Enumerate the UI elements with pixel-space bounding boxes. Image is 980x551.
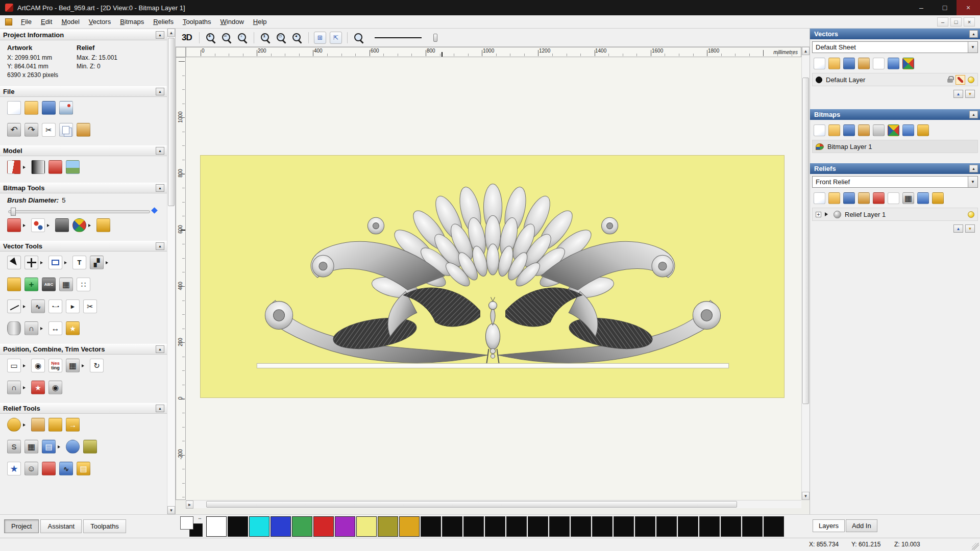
- maximize-button[interactable]: □: [933, 0, 957, 15]
- layer-colour-swatch[interactable]: [816, 77, 822, 83]
- two-rail-sweep-icon[interactable]: [48, 418, 62, 432]
- palette-swatch[interactable]: [592, 516, 612, 537]
- palette-swatch[interactable]: [292, 516, 312, 537]
- palette-swatch[interactable]: [271, 516, 291, 537]
- move-layer-down-icon[interactable]: [965, 224, 975, 233]
- primary-colour-swatch[interactable]: [180, 516, 193, 530]
- palette-swatch[interactable]: [549, 516, 570, 537]
- align-vectors-icon[interactable]: [7, 359, 21, 372]
- open-bitmap-layer-icon[interactable]: [828, 124, 840, 136]
- create-polyline-icon[interactable]: [7, 299, 21, 313]
- create-arc-icon[interactable]: [24, 321, 38, 335]
- lock-icon[interactable]: [947, 79, 953, 83]
- create-rectangle-icon[interactable]: [48, 256, 62, 269]
- vector-doctor-icon[interactable]: [31, 381, 45, 394]
- swept-profile-icon[interactable]: [7, 440, 21, 454]
- zoom-objects-icon[interactable]: [353, 32, 365, 44]
- open-relief-layer-icon[interactable]: [828, 192, 840, 204]
- rollup-arrow-icon[interactable]: ▲: [156, 147, 164, 155]
- menu-toolpaths[interactable]: Toolpaths: [178, 17, 216, 27]
- copy-icon[interactable]: [59, 123, 73, 137]
- line-width-slider[interactable]: [433, 34, 437, 42]
- palette-swatch[interactable]: [442, 516, 462, 537]
- palette-swatch[interactable]: [721, 516, 741, 537]
- node-editing-icon[interactable]: [48, 299, 62, 313]
- text-on-curve-icon[interactable]: ABC: [42, 278, 56, 291]
- relief-clipart-icon[interactable]: [42, 440, 56, 454]
- rollup-arrow-icon[interactable]: ▲: [969, 165, 978, 172]
- rollup-arrow-icon[interactable]: ▲: [156, 345, 164, 353]
- flyout-arrow-icon[interactable]: [40, 327, 44, 330]
- visibility-bulb-icon[interactable]: [968, 211, 974, 218]
- model-artwork-area[interactable]: [200, 155, 785, 398]
- delete-vector-layer-icon[interactable]: [888, 58, 899, 69]
- horizontal-scrollbar[interactable]: ►: [186, 500, 801, 508]
- dropdown-arrow-icon[interactable]: [968, 177, 977, 187]
- bitmap-layer-row[interactable]: Bitmap Layer 1: [812, 140, 978, 153]
- colour-picker-icon[interactable]: [55, 218, 69, 232]
- menu-reliefs[interactable]: Reliefs: [149, 17, 178, 27]
- sculpting-icon[interactable]: [31, 418, 45, 432]
- move-layer-down-icon[interactable]: [965, 90, 975, 98]
- greyscale-view-icon[interactable]: [31, 160, 45, 174]
- tab-add-in[interactable]: Add In: [846, 519, 877, 532]
- bitmap-options-icon[interactable]: [917, 124, 929, 136]
- palette-swatch[interactable]: [228, 516, 248, 537]
- new-model-icon[interactable]: [7, 101, 21, 115]
- paint-bitmap-icon[interactable]: [888, 124, 899, 136]
- flyout-arrow-icon[interactable]: [47, 224, 51, 227]
- measure-tool-icon[interactable]: [48, 321, 62, 335]
- zoom-fit-page-icon[interactable]: [275, 32, 287, 44]
- palette-swatch[interactable]: [699, 516, 720, 537]
- palette-swatch[interactable]: [206, 516, 227, 537]
- zoom-previous-icon[interactable]: [291, 32, 303, 44]
- paint-relief-icon[interactable]: [42, 462, 56, 475]
- scroll-down-arrow-icon[interactable]: ▼: [802, 492, 810, 500]
- scrollbar-thumb[interactable]: [802, 78, 809, 404]
- flyout-arrow-icon[interactable]: [23, 386, 27, 389]
- link-colours-icon[interactable]: ↔: [198, 515, 202, 520]
- paste-icon[interactable]: [77, 123, 90, 137]
- shape-editor-icon[interactable]: [7, 418, 21, 432]
- flyout-arrow-icon[interactable]: [23, 166, 27, 169]
- zoom-window-icon[interactable]: [236, 32, 249, 44]
- emboss-relief-icon[interactable]: [83, 440, 97, 454]
- block-array-copy-icon[interactable]: [59, 278, 73, 291]
- palette-swatch[interactable]: [571, 516, 591, 537]
- flyout-arrow-icon[interactable]: [88, 224, 92, 227]
- paste-along-curve-icon[interactable]: [31, 359, 45, 372]
- new-bitmap-layer-icon[interactable]: [814, 124, 825, 136]
- flyout-arrow-icon[interactable]: [106, 261, 110, 264]
- toggle-3d-view-button[interactable]: 3D: [182, 33, 192, 43]
- menu-bitmaps[interactable]: Bitmaps: [115, 17, 149, 27]
- drawing-canvas[interactable]: [186, 57, 801, 500]
- palette-swatch[interactable]: [506, 516, 527, 537]
- rollup-arrow-icon[interactable]: ▲: [156, 242, 164, 250]
- resize-grip[interactable]: [972, 543, 979, 550]
- import-export-icon[interactable]: [59, 101, 73, 115]
- palette-swatch[interactable]: [614, 516, 634, 537]
- palette-swatch[interactable]: [356, 516, 377, 537]
- transform-vectors-icon[interactable]: [24, 256, 38, 269]
- redo-icon[interactable]: [24, 123, 38, 137]
- relief-layer-row[interactable]: Relief Layer 1: [812, 208, 978, 221]
- paint-selective-icon[interactable]: [31, 218, 45, 232]
- weave-wizard-icon[interactable]: [24, 440, 38, 454]
- mirror-vectors-icon[interactable]: [90, 256, 104, 269]
- select-vectors-icon[interactable]: [7, 256, 21, 269]
- palette-swatch[interactable]: [313, 516, 334, 537]
- snap-guides-toggle-icon[interactable]: ⇱: [330, 32, 342, 44]
- rollup-arrow-icon[interactable]: ▲: [156, 184, 164, 192]
- delete-bitmap-layer-icon[interactable]: [902, 124, 914, 136]
- menu-window[interactable]: Window: [216, 17, 249, 27]
- scroll-up-arrow-icon[interactable]: ▲: [167, 29, 175, 37]
- expander-arrow-icon[interactable]: [825, 212, 830, 216]
- slice-vectors-icon[interactable]: [7, 381, 21, 394]
- assistant-panel-scrollbar[interactable]: ▲ ▼: [167, 29, 175, 514]
- face-wizard-icon[interactable]: [24, 462, 38, 475]
- colour-palette-icon[interactable]: [72, 218, 86, 232]
- export-relief-icon[interactable]: [888, 192, 899, 204]
- nesting-icon[interactable]: Nesting: [48, 359, 62, 372]
- mdi-restore-button[interactable]: □: [950, 17, 962, 27]
- flyout-arrow-icon[interactable]: [58, 445, 62, 448]
